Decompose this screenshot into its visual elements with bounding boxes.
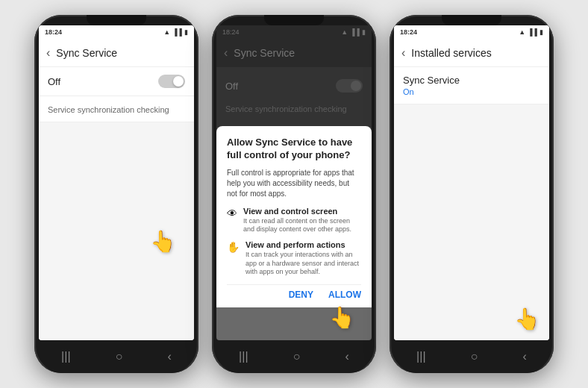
phone-3: 18:24 ▲ ▐▐ ▮ ‹ Installed services Sync S… [390,15,554,373]
phone3-cursor: 👆 [514,307,540,331]
phone1-sub-row: Service synchronization checking [39,96,194,122]
phone1-title: Sync Service [56,47,117,59]
allow-button[interactable]: Allow [328,290,361,300]
phone1-toggle-row[interactable]: Off [39,67,194,96]
deny-button[interactable]: Deny [289,290,313,300]
phone2-dialog-title: Allow Sync Service to have full control … [227,137,361,162]
phone3-bottom-nav: ||| ○ ‹ [394,340,549,373]
phone2-home-btn[interactable]: ○ [293,350,301,363]
phone2-dialog-desc: Full control is appropriate for apps tha… [227,168,361,199]
phone3-back-btn[interactable]: ‹ [523,350,527,363]
phone2-screen: 18:24 ▲ ▐▐ ▮ ‹ Sync Service Off Serv [216,25,372,340]
perform-actions-icon: ✋ [227,241,240,253]
phone2-dialog-buttons: Deny Allow [227,284,361,300]
phone3-recent-btn[interactable]: ||| [416,350,425,363]
wifi-icon: ▲ [163,28,170,36]
phone1-content: Off Service synchronization checking [39,67,194,340]
phone2-cursor: 👆 [329,305,355,330]
phone2-dialog-overlay: Allow Sync Service to have full control … [216,25,372,307]
phone1-time: 18:24 [45,28,62,36]
phone3-home-btn[interactable]: ○ [471,350,478,363]
phone1-screen: 18:24 ▲ ▐▐ ▮ ‹ Sync Service Off Serv [39,25,194,340]
phone1-bottom-nav: ||| ○ ‹ [39,340,194,373]
phone3-service-name: Sync Service [403,75,540,86]
phone-2: 18:24 ▲ ▐▐ ▮ ‹ Sync Service Off Serv [212,15,376,373]
phone1-status-bar: 18:24 ▲ ▐▐ ▮ [39,25,194,39]
phone2-permission-1: 👁 View and control screen It can read al… [227,207,361,234]
phone1-toggle-label: Off [48,76,60,87]
permission1-title: View and control screen [243,207,361,216]
phone3-time: 18:24 [400,28,417,36]
phone3-screen: 18:24 ▲ ▐▐ ▮ ‹ Installed services Sync S… [394,25,549,340]
phone2-permission-2: ✋ View and perform actions It can track … [227,240,361,277]
phone1-sub-label: Service synchronization checking [48,105,169,114]
phone1-cursor: 👆 [150,229,176,254]
permission2-title: View and perform actions [245,240,361,249]
phone-1: 18:24 ▲ ▐▐ ▮ ‹ Sync Service Off Serv [34,15,198,373]
phone3-title: Installed services [411,47,491,59]
phone3-back-icon[interactable]: ‹ [401,46,405,60]
phone3-status-icons: ▲ ▐▐ ▮ [519,28,543,36]
phone3-service-status: On [403,87,540,96]
permission1-desc: It can read all content on the screen an… [243,217,361,234]
phone2-dialog: Allow Sync Service to have full control … [216,126,372,307]
phone3-service-item[interactable]: Sync Service On [394,67,549,104]
view-screen-icon: 👁 [227,207,237,219]
phone1-back-icon[interactable]: ‹ [46,46,50,60]
p3-wifi-icon: ▲ [519,28,525,36]
phone3-top-bar: ‹ Installed services [394,39,549,67]
signal-icon: ▐▐ [172,28,182,36]
battery-icon: ▮ [184,28,188,36]
phone3-content: Sync Service On [394,67,549,340]
p3-battery-icon: ▮ [539,28,543,36]
phone1-status-icons: ▲ ▐▐ ▮ [163,28,188,36]
phone2-bottom-nav: ||| ○ ‹ [216,340,372,373]
p3-signal-icon: ▐▐ [528,28,537,36]
phone2-back-btn[interactable]: ‹ [345,350,349,363]
phone1-home-btn[interactable]: ○ [116,350,123,363]
phone1-toggle[interactable] [158,75,185,88]
phone1-top-bar: ‹ Sync Service [39,39,194,67]
phone1-recent-btn[interactable]: ||| [61,350,70,363]
phone1-back-btn[interactable]: ‹ [168,350,172,363]
phone2-recent-btn[interactable]: ||| [239,350,248,363]
permission2-desc: It can track your interactions with an a… [245,251,361,277]
phone3-status-bar: 18:24 ▲ ▐▐ ▮ [394,25,549,39]
